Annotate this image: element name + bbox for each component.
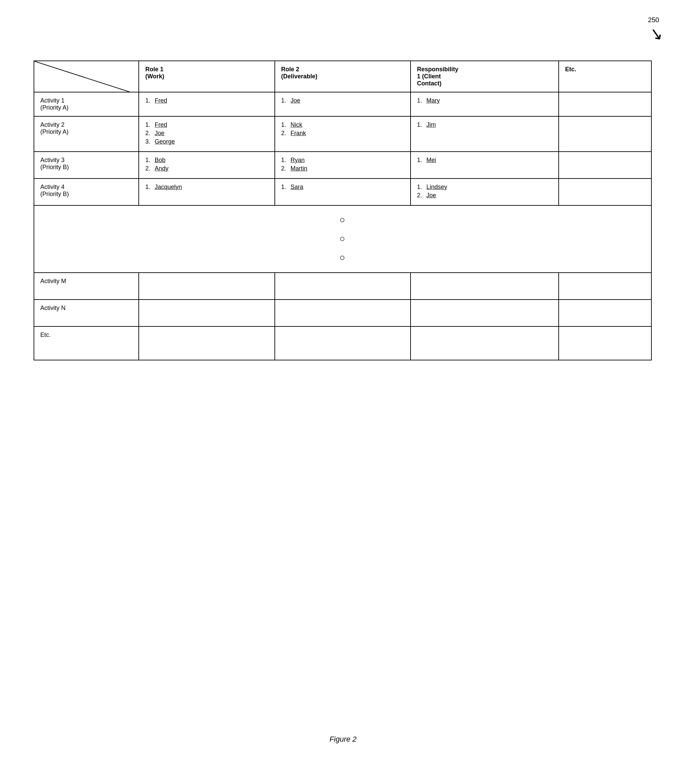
- table-row: Activity 1(Priority A) 1.Fred 1.Joe 1.Ma…: [34, 92, 652, 116]
- etc-cell-1: [559, 92, 652, 116]
- activity-cell-2: Activity 2(Priority A): [34, 116, 139, 152]
- table-row: Etc.: [34, 326, 652, 360]
- activity-cell-m: Activity M: [34, 273, 139, 300]
- table-row: Activity 4(Priority B) 1.Jacquelyn 1.Sar…: [34, 178, 652, 205]
- activity-cell-3: Activity 3(Priority B): [34, 152, 139, 178]
- resp-cell-2: 1.Jim: [410, 116, 559, 152]
- role2-cell-3: 1.Ryan 2.Martin: [275, 152, 410, 178]
- svg-line-0: [34, 61, 139, 92]
- resp-cell-etc: [410, 326, 559, 360]
- header-responsibility: Responsibility 1 (Client Contact): [410, 61, 559, 92]
- etc-cell-m: [559, 273, 652, 300]
- activity-cell-etc: Etc.: [34, 326, 139, 360]
- role1-cell-2: 1.Fred 2.Joe 3.George: [139, 116, 274, 152]
- responsibility-table: Role 1 (Work) Role 2 (Deliverable) Respo…: [34, 61, 652, 360]
- header-role1: Role 1 (Work): [139, 61, 274, 92]
- role2-cell-4: 1.Sara: [275, 178, 410, 205]
- etc-cell-4: [559, 178, 652, 205]
- figure-caption: Figure 2: [330, 735, 357, 744]
- role1-cell-m: [139, 273, 274, 300]
- activity-cell-n: Activity N: [34, 300, 139, 326]
- table-row: Activity 2(Priority A) 1.Fred 2.Joe 3.Ge…: [34, 116, 652, 152]
- etc-cell-n: [559, 300, 652, 326]
- main-table-container: Role 1 (Work) Role 2 (Deliverable) Respo…: [34, 61, 652, 360]
- role2-cell-n: [275, 300, 410, 326]
- role2-cell-1: 1.Joe: [275, 92, 410, 116]
- header-diagonal-cell: [34, 61, 139, 92]
- dots-cell: ○○○: [34, 205, 652, 273]
- page-number: 250: [648, 16, 659, 24]
- resp-cell-3: 1.Mei: [410, 152, 559, 178]
- role1-cell-n: [139, 300, 274, 326]
- arrow-icon: ↙: [648, 23, 665, 44]
- header-etc: Etc.: [559, 61, 652, 92]
- resp-cell-1: 1.Mary: [410, 92, 559, 116]
- etc-cell-2: [559, 116, 652, 152]
- role1-cell-4: 1.Jacquelyn: [139, 178, 274, 205]
- role2-cell-etc: [275, 326, 410, 360]
- role1-cell-3: 1.Bob 2.Andy: [139, 152, 274, 178]
- table-row: Activity M: [34, 273, 652, 300]
- resp-cell-m: [410, 273, 559, 300]
- activity-cell-1: Activity 1(Priority A): [34, 92, 139, 116]
- table-row: Activity 3(Priority B) 1.Bob 2.Andy 1.Ry…: [34, 152, 652, 178]
- table-row: Activity N: [34, 300, 652, 326]
- role2-cell-2: 1.Nick 2.Frank: [275, 116, 410, 152]
- role1-cell-1: 1.Fred: [139, 92, 274, 116]
- resp-cell-n: [410, 300, 559, 326]
- resp-cell-4: 1.Lindsey 2.Joe: [410, 178, 559, 205]
- dots-row: ○○○: [34, 205, 652, 273]
- role1-cell-etc: [139, 326, 274, 360]
- activity-cell-4: Activity 4(Priority B): [34, 178, 139, 205]
- etc-cell-etc: [559, 326, 652, 360]
- header-role2: Role 2 (Deliverable): [275, 61, 410, 92]
- role2-cell-m: [275, 273, 410, 300]
- etc-cell-3: [559, 152, 652, 178]
- table-header-row: Role 1 (Work) Role 2 (Deliverable) Respo…: [34, 61, 652, 92]
